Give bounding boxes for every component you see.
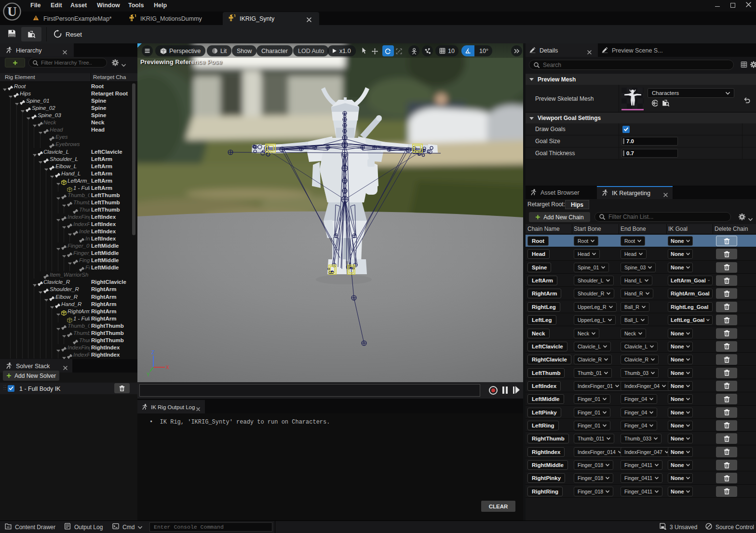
svg-text:Z: Z xyxy=(151,350,154,355)
svg-text:X: X xyxy=(166,365,169,370)
svg-text:U: U xyxy=(7,4,17,19)
svg-text:Y: Y xyxy=(147,372,150,377)
